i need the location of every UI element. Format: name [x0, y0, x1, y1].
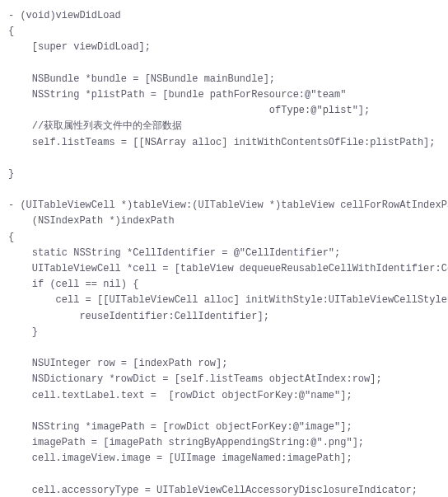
code-block: - (void)viewDidLoad { [super viewDidLoad… — [0, 0, 448, 497]
